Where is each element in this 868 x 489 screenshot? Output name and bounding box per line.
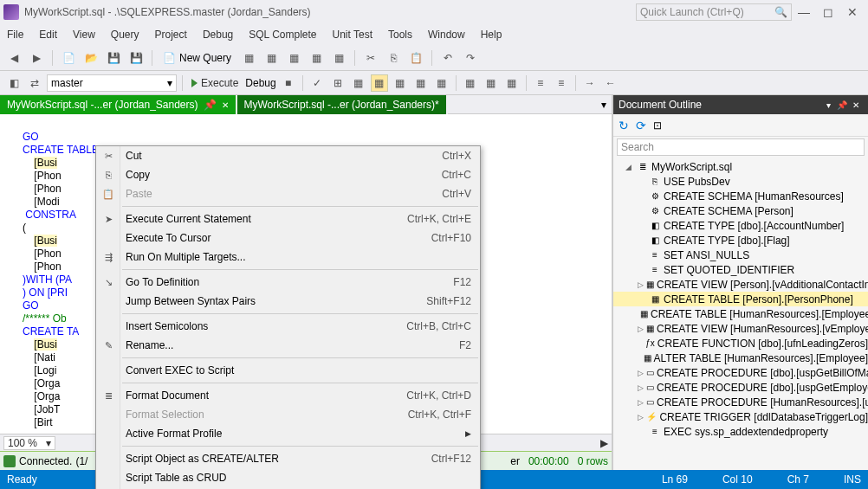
- ctx-item[interactable]: Insert SemicolonsCtrl+B, Ctrl+C: [96, 317, 480, 336]
- panel-title: Document Outline: [619, 99, 702, 111]
- ctx-item[interactable]: ≣Format DocumentCtrl+K, Ctrl+D: [96, 386, 480, 405]
- tree-item[interactable]: ▷▭CREATE PROCEDURE [HumanResources].[usp…: [613, 395, 868, 409]
- save-icon[interactable]: 💾: [105, 49, 122, 67]
- tb-icon[interactable]: ▦: [330, 49, 347, 67]
- save-all-icon[interactable]: 💾: [127, 49, 145, 67]
- results-text-icon[interactable]: ▦: [483, 74, 500, 92]
- tree-item[interactable]: ▦CREATE TABLE [Person].[PersonPhone]: [613, 292, 868, 306]
- close-panel-icon[interactable]: ✕: [849, 100, 863, 110]
- tree-item[interactable]: ⚙CREATE SCHEMA [HumanResources]: [613, 189, 868, 203]
- ctx-item[interactable]: Script Table as CRUD: [96, 468, 480, 487]
- quick-launch[interactable]: Quick Launch (Ctrl+Q) 🔍: [636, 3, 792, 21]
- undo-icon[interactable]: ↶: [439, 49, 457, 67]
- tree-item[interactable]: ≡SET ANSI_NULLS: [613, 248, 868, 262]
- ctx-item[interactable]: ⇶Run On Multiple Targets...: [96, 248, 480, 267]
- tb-icon[interactable]: ▦: [240, 49, 257, 67]
- nav-back-icon[interactable]: ◀: [5, 49, 23, 67]
- menu-view[interactable]: View: [73, 29, 95, 41]
- outdent-icon[interactable]: ←: [602, 74, 619, 92]
- pin-icon[interactable]: 📌: [204, 99, 217, 111]
- tree-item[interactable]: ƒxCREATE FUNCTION [dbo].[ufnLeadingZeros…: [613, 336, 868, 351]
- indent-icon[interactable]: →: [581, 74, 599, 92]
- ctx-item[interactable]: Convert EXEC to Script: [96, 361, 480, 380]
- execute-button[interactable]: Execute: [188, 77, 242, 89]
- menu-file[interactable]: File: [7, 29, 23, 41]
- new-file-icon[interactable]: 📄: [60, 49, 77, 67]
- ctx-item[interactable]: ✂CutCtrl+X: [96, 146, 480, 165]
- opt3-icon[interactable]: ▦: [392, 74, 409, 92]
- tree-item[interactable]: ▦CREATE TABLE [HumanResources].[Employee…: [613, 306, 868, 321]
- tree-root[interactable]: ◢≣MyWorkScript.sql: [613, 159, 868, 174]
- plan-icon[interactable]: ⊞: [329, 74, 347, 92]
- scroll-right-icon[interactable]: ▶: [600, 437, 608, 449]
- database-select[interactable]: master ▾: [47, 74, 177, 92]
- results-grid-icon[interactable]: ▦: [462, 74, 479, 92]
- menu-help[interactable]: Help: [481, 29, 502, 41]
- open-icon[interactable]: 📂: [82, 49, 100, 67]
- tree-item[interactable]: ◧CREATE TYPE [dbo].[AccountNumber]: [613, 218, 868, 233]
- tb-icon[interactable]: ▦: [308, 49, 325, 67]
- close-tab-icon[interactable]: ✕: [222, 100, 229, 110]
- parse-icon[interactable]: ✓: [308, 74, 326, 92]
- stop-icon[interactable]: ■: [280, 74, 297, 92]
- copy-icon[interactable]: ⎘: [385, 49, 402, 67]
- close-button[interactable]: ✕: [840, 5, 865, 19]
- paste-icon[interactable]: 📋: [407, 49, 424, 67]
- ctx-item[interactable]: Active Format Profile▶: [96, 424, 480, 443]
- menu-query[interactable]: Query: [111, 29, 139, 41]
- new-query-button[interactable]: 📄 New Query: [159, 52, 235, 64]
- tree-item[interactable]: ◧CREATE TYPE [dbo].[Flag]: [613, 233, 868, 248]
- menu-tools[interactable]: Tools: [388, 29, 412, 41]
- tree-item[interactable]: ▷▦CREATE VIEW [HumanResources].[vEmploye…: [613, 321, 868, 336]
- zoom-select[interactable]: 100 %▾: [3, 436, 55, 450]
- restore-button[interactable]: ◻: [816, 5, 840, 19]
- tree-item[interactable]: ▷⚡CREATE TRIGGER [ddlDatabaseTriggerLog]: [613, 409, 868, 424]
- connect-icon[interactable]: ◧: [5, 74, 23, 92]
- opt5-icon[interactable]: ▦: [433, 74, 450, 92]
- menu-sqlcomplete[interactable]: SQL Complete: [249, 29, 316, 41]
- ctx-item[interactable]: ➤Execute Current StatementCtrl+K, Ctrl+E: [96, 209, 480, 228]
- ctx-item[interactable]: ↘Go To DefinitionF12: [96, 273, 480, 292]
- opt2-icon[interactable]: ▦: [371, 74, 388, 92]
- comment-icon[interactable]: ≡: [532, 74, 549, 92]
- tree-item[interactable]: ▷▦CREATE VIEW [Person].[vAdditionalConta…: [613, 277, 868, 292]
- tab-overflow-icon[interactable]: ▾: [596, 95, 612, 114]
- opt4-icon[interactable]: ▦: [412, 74, 430, 92]
- change-conn-icon[interactable]: ⇄: [26, 74, 43, 92]
- menu-debug[interactable]: Debug: [203, 29, 233, 41]
- tree-item[interactable]: ≡SET QUOTED_IDENTIFIER: [613, 262, 868, 277]
- opt1-icon[interactable]: ▦: [350, 74, 367, 92]
- uncomment-icon[interactable]: ≡: [553, 74, 570, 92]
- minimize-button[interactable]: —: [792, 5, 816, 19]
- results-file-icon[interactable]: ▦: [503, 74, 521, 92]
- ctx-item[interactable]: Execute To CursorCtrl+F10: [96, 228, 480, 248]
- tb-icon[interactable]: ▦: [262, 49, 280, 67]
- cut-icon[interactable]: ✂: [362, 49, 379, 67]
- panel-dropdown-icon[interactable]: ▾: [821, 100, 835, 110]
- ctx-item[interactable]: ✎Rename...F2: [96, 336, 480, 355]
- tree-item[interactable]: ⎘USE PubsDev: [613, 174, 868, 189]
- outline-search[interactable]: Search: [617, 138, 865, 156]
- tree-item[interactable]: ≡EXEC sys.sp_addextendedproperty: [613, 424, 868, 439]
- redo-icon[interactable]: ↷: [462, 49, 479, 67]
- ctx-item[interactable]: Script Object as CREATE/ALTERCtrl+F12: [96, 449, 480, 468]
- menu-edit[interactable]: Edit: [39, 29, 57, 41]
- tab-active[interactable]: MyWorkScript.sql -...er (Jordan_Sanders)…: [0, 95, 236, 114]
- tree-item[interactable]: ▷▭CREATE PROCEDURE [dbo].[uspGetBillOfMa…: [613, 365, 868, 380]
- ctx-item[interactable]: ⎘CopyCtrl+C: [96, 165, 480, 184]
- tab-inactive[interactable]: MyWorkScript.sql -...er (Jordan_Sanders)…: [237, 95, 446, 114]
- tree-item[interactable]: ⚙CREATE SCHEMA [Person]: [613, 203, 868, 218]
- menu-project[interactable]: Project: [155, 29, 187, 41]
- menu-window[interactable]: Window: [428, 29, 465, 41]
- menu-unittest[interactable]: Unit Test: [333, 29, 372, 41]
- tb-icon[interactable]: ▦: [285, 49, 302, 67]
- debug-button[interactable]: Debug: [245, 77, 275, 89]
- tree-item[interactable]: ▷▭CREATE PROCEDURE [dbo].[uspGetEmployee…: [613, 380, 868, 395]
- tree-item[interactable]: ▦ALTER TABLE [HumanResources].[Employee]: [613, 351, 868, 365]
- ctx-item[interactable]: Jump Between Syntax PairsShift+F12: [96, 292, 480, 311]
- nav-fwd-icon[interactable]: ▶: [28, 49, 45, 67]
- expand-icon[interactable]: ⊡: [653, 119, 662, 132]
- sync-icon[interactable]: ⟳: [636, 119, 646, 132]
- refresh-icon[interactable]: ↻: [619, 119, 629, 132]
- pin-icon[interactable]: 📌: [835, 100, 849, 110]
